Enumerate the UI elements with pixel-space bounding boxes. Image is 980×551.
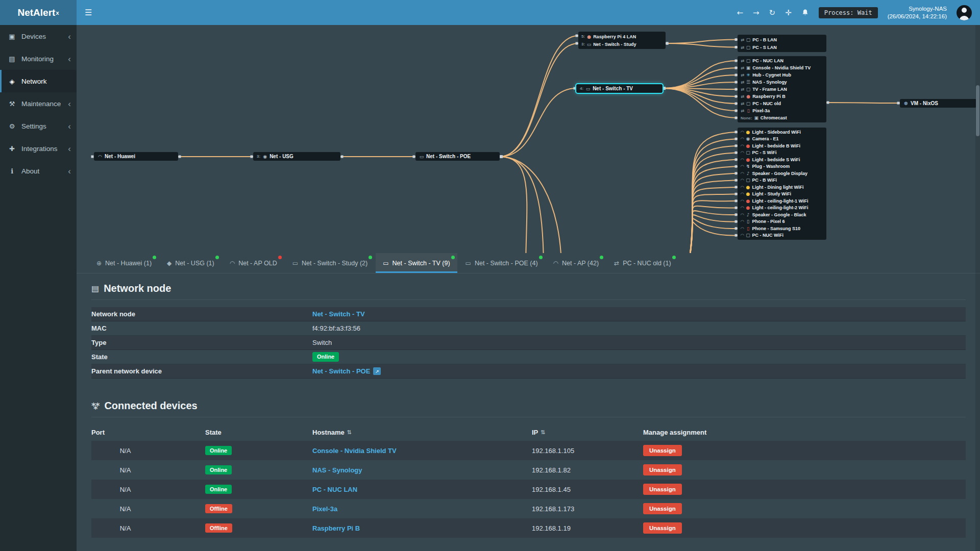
status-dot xyxy=(539,256,543,259)
topology-node-pc-nuc-old[interactable]: ⇄▢PC - NUC old xyxy=(738,100,826,107)
tab-net-ap-old[interactable]: ◠Net - AP OLD xyxy=(223,253,284,273)
tab-net-switch-study-2-[interactable]: ▭Net - Switch - Study (2) xyxy=(285,253,375,273)
node-link[interactable]: Net - Switch - TV xyxy=(312,310,365,318)
topology-node-tv-frame-lan[interactable]: ⇄▢TV - Frame LAN xyxy=(738,86,826,93)
ip-cell: 192.168.1.105 xyxy=(532,447,643,455)
topology-node-net-switch-study[interactable]: 3:▭Net - Switch - Study xyxy=(578,40,666,48)
menu-toggle-icon[interactable]: ☰ xyxy=(85,8,92,17)
connected-devices-section: ⁂ Connected devices PortStateHostname⇅IP… xyxy=(91,379,966,538)
sidebar-item-monitoring[interactable]: ▤Monitoring‹ xyxy=(0,47,77,70)
console-icon: ▣ xyxy=(746,65,751,70)
topology-node-pc-b-wifi[interactable]: ◠▢PC - B WiFi xyxy=(738,177,826,184)
arrow-left-icon[interactable]: ← xyxy=(737,8,743,17)
scrollbar-thumb[interactable] xyxy=(976,85,979,136)
network-topology-diagram[interactable]: ◠Net - Huawei3:◉Net - USG▭Net - Switch -… xyxy=(77,25,980,253)
topology-node-phone-pixel-6[interactable]: ◠▯Phone - Pixel 6 xyxy=(738,218,826,226)
topology-node-speaker-google-display[interactable]: ◠♪Speaker - Google Display xyxy=(738,170,826,177)
refresh-icon[interactable]: ↻ xyxy=(769,8,776,17)
process-status-badge[interactable]: Process: Wait xyxy=(819,7,878,18)
sidebar-item-integrations[interactable]: ✚Integrations‹ xyxy=(0,137,77,160)
port-number: 4: xyxy=(580,86,583,91)
sidebar: ▣Devices‹▤Monitoring‹◈Network⚒Maintenanc… xyxy=(0,25,77,551)
tab-net-usg-1-[interactable]: ◆Net - USG (1) xyxy=(160,253,222,273)
topology-node-pc-nuc-lan[interactable]: ⇄▢PC - NUC LAN xyxy=(738,57,826,64)
tab-net-huawei-1-[interactable]: ⊕Net - Huawei (1) xyxy=(89,253,159,273)
status-dot xyxy=(215,256,219,259)
topology-node-light-sideboard-wifi[interactable]: ◠●Light - Sideboard WiFi xyxy=(738,129,826,136)
sidebar-item-devices[interactable]: ▣Devices‹ xyxy=(0,25,77,47)
phone-icon: ▯ xyxy=(746,108,751,113)
column-label: State xyxy=(205,429,222,436)
sidebar-item-about[interactable]: ℹAbout‹ xyxy=(0,160,77,182)
node-label: Net - Huawei xyxy=(105,154,135,159)
topology-node-vm-nixos[interactable]: ❆VM - NixOS xyxy=(900,99,976,108)
topology-node-net-huawei[interactable]: ◠Net - Huawei xyxy=(94,152,178,161)
topology-node-light-bedside-b-wifi[interactable]: ◠●Light - bedside B WiFi xyxy=(738,142,826,149)
status-badge: Offline xyxy=(205,523,232,533)
link-type-icon: ◠ xyxy=(741,219,744,224)
topology-node-light-ceiling-light-2-wifi[interactable]: ◠●Light - ceiling-light-2 WiFi xyxy=(738,205,826,212)
user-avatar[interactable] xyxy=(957,5,972,20)
topology-node-hub-cygnet-hub[interactable]: ⇄✳Hub - Cygnet Hub xyxy=(738,71,826,79)
unassign-button[interactable]: Unassign xyxy=(643,503,682,514)
sidebar-item-settings[interactable]: ⚙Settings‹ xyxy=(0,115,77,137)
hostname-link[interactable]: PC - NUC LAN xyxy=(312,486,357,493)
column-header-hostname[interactable]: Hostname⇅ xyxy=(312,429,532,436)
external-link-icon[interactable]: ↗ xyxy=(373,367,381,375)
topology-node-speaker-google-black[interactable]: ◠♪Speaker - Google - Black xyxy=(738,211,826,218)
topology-node-light-ceiling-light-1-wifi[interactable]: ◠●Light - ceiling-light-1 WiFi xyxy=(738,197,826,205)
sort-icon[interactable]: ⇅ xyxy=(347,429,352,436)
move-icon[interactable]: ✛ xyxy=(785,8,792,17)
scrollbar-track[interactable] xyxy=(975,25,980,551)
sidebar-item-network[interactable]: ◈Network xyxy=(0,70,77,92)
bulb-icon: ● xyxy=(746,157,751,162)
topology-node-light-dining-light-wifi[interactable]: ◠●Light - Dining light WiFi xyxy=(738,184,826,191)
topology-node-chromecast[interactable]: None:▣Chromecast xyxy=(738,114,826,121)
column-header-ip[interactable]: IP⇅ xyxy=(532,429,643,436)
hostname-link[interactable]: NAS - Synology xyxy=(312,466,362,474)
topology-node-pixel-3a[interactable]: ⇄▯Pixel-3a xyxy=(738,107,826,114)
topology-node-pc-b-lan[interactable]: ⇄▢PC - B LAN xyxy=(738,36,826,43)
topology-node-pc-s-lan[interactable]: ⇄▢PC - S LAN xyxy=(738,43,826,51)
topology-node-raspberry-pi-b[interactable]: ⇄●Raspberry Pi B xyxy=(738,93,826,100)
topology-node-net-usg[interactable]: 3:◉Net - USG xyxy=(253,152,340,161)
topology-node-light-bedside-s-wifi[interactable]: ◠●Light - bedside S WiFi xyxy=(738,156,826,163)
unassign-button[interactable]: Unassign xyxy=(643,445,682,456)
unassign-button[interactable]: Unassign xyxy=(643,484,682,495)
sidebar-items: ▣Devices‹▤Monitoring‹◈Network⚒Maintenanc… xyxy=(0,25,77,182)
tab-net-switch-poe-4-[interactable]: ▭Net - Switch - POE (4) xyxy=(458,253,545,273)
topology-node-plug-washroom[interactable]: ◠↯Plug - Washroom xyxy=(738,163,826,170)
tab-net-switch-tv-9-[interactable]: ▭Net - Switch - TV (9) xyxy=(376,253,457,273)
switch-icon: ▭ xyxy=(292,260,298,267)
topology-node-phone-samsung-s10[interactable]: ◠▯Phone - Samsung S10 xyxy=(738,225,826,232)
topology-node-pc-s-wifi[interactable]: ◠▢PC - S WiFi xyxy=(738,149,826,157)
hostname-link[interactable]: Console - Nvidia Shield TV xyxy=(312,447,397,455)
sidebar-item-maintenance[interactable]: ⚒Maintenance‹ xyxy=(0,92,77,115)
unassign-button[interactable]: Unassign xyxy=(643,464,682,475)
parent-node-link[interactable]: Net - Switch - POE xyxy=(312,367,370,375)
chevron-left-icon: ‹ xyxy=(68,122,71,131)
topology-node-raspberry-pi-4-lan[interactable]: 5:●Raspberry Pi 4 LAN xyxy=(578,33,666,40)
topology-node-net-switch-poe[interactable]: ▭Net - Switch - POE xyxy=(415,152,500,161)
topology-node-net-switch-tv[interactable]: 4:▭Net - Switch - TV xyxy=(576,84,663,93)
app-logo[interactable]: NetAlertx xyxy=(0,0,77,25)
topology-node-nas-synology[interactable]: ⇄☰NAS - Synology xyxy=(738,79,826,86)
topology-node-pc-nuc-wifi[interactable]: ◠▢PC - NUC WiFi xyxy=(738,232,826,239)
status-dot xyxy=(278,256,282,259)
hostname-link[interactable]: Raspberry Pi B xyxy=(312,524,360,532)
table-header-row: PortStateHostname⇅IP⇅Manage assignment xyxy=(91,423,966,441)
settings-icon: ⚙ xyxy=(7,122,17,130)
sort-icon[interactable]: ⇅ xyxy=(541,429,545,436)
unassign-button[interactable]: Unassign xyxy=(643,522,682,534)
link-type-icon: ⇄ xyxy=(741,72,744,78)
topology-node-console-nvidia-shield-tv[interactable]: ⇄▣Console - Nvidia Shield TV xyxy=(738,64,826,71)
port-cell: N/A xyxy=(91,466,205,474)
tab-pc-nuc-old-1-[interactable]: ⇄PC - NUC old (1) xyxy=(607,253,678,273)
arrow-right-icon[interactable]: → xyxy=(753,8,760,17)
hostname-link[interactable]: Pixel-3a xyxy=(312,505,337,513)
topology-node-camera-e1[interactable]: ◠◉Camera - E1 xyxy=(738,136,826,143)
pc-icon: ▢ xyxy=(746,178,751,183)
bell-icon[interactable] xyxy=(801,9,809,16)
tab-net-ap-42-[interactable]: ◠Net - AP (42) xyxy=(546,253,606,273)
topology-node-light-study-wifi[interactable]: ◠●Light - Study WiFi xyxy=(738,191,826,198)
